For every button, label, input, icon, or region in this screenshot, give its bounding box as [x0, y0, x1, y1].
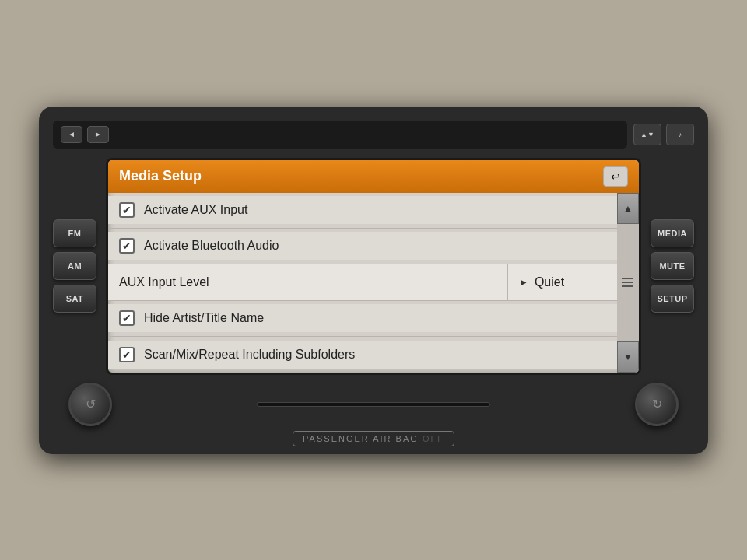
aux-input-label: Activate AUX Input	[144, 203, 247, 217]
play-triangle-icon: ►	[519, 277, 528, 288]
left-knob[interactable]: ↺	[68, 383, 112, 426]
right-buttons: MEDIA MUTE SETUP	[651, 158, 694, 375]
music-button[interactable]: ♪	[666, 124, 694, 145]
knob-row: ↺ ↻	[53, 383, 694, 426]
bluetooth-audio-checkbox[interactable]: ✔	[119, 238, 135, 254]
menu-area: ✔ Activate AUX Input ✔ Activate Bluetoot…	[108, 193, 639, 373]
bluetooth-audio-label: Activate Bluetooth Audio	[144, 239, 279, 253]
screen: Media Setup ↩ ✔ Activate AUX Input	[106, 158, 641, 375]
next-button[interactable]: ►	[87, 126, 109, 143]
top-strip: ◄ ► ▲▼ ♪	[53, 121, 694, 149]
scrollbar: ▲ ▼	[617, 193, 639, 373]
list-item[interactable]: AUX Input Level ► Quiet	[108, 264, 617, 301]
cd-area: ◄ ►	[53, 121, 627, 149]
cd-slot	[257, 402, 490, 407]
screen-title: Media Setup	[119, 168, 202, 184]
aux-level-item: AUX Input Level ► Quiet	[108, 264, 617, 300]
aux-level-label: AUX Input Level	[119, 275, 209, 289]
hamburger-line	[622, 285, 633, 287]
mute-button[interactable]: MUTE	[651, 252, 694, 280]
aux-input-item[interactable]: ✔ Activate AUX Input	[108, 196, 617, 224]
right-knob[interactable]: ↻	[635, 383, 679, 426]
aux-level-value: Quiet	[535, 275, 564, 289]
menu-list: ✔ Activate AUX Input ✔ Activate Bluetoot…	[108, 193, 617, 373]
media-button[interactable]: MEDIA	[651, 219, 694, 247]
top-right-buttons: ▲▼ ♪	[633, 124, 694, 145]
airbag-status: OFF	[423, 434, 444, 443]
left-knob-icon: ↺	[86, 397, 96, 411]
list-item[interactable]: ✔ Activate AUX Input	[108, 193, 617, 229]
hamburger-line	[622, 278, 633, 279]
scroll-button[interactable]: ▲▼	[633, 124, 661, 145]
car-radio-panel: ◄ ► ▲▼ ♪ FM AM SAT Media Setup ↩	[39, 107, 708, 454]
scroll-down-button[interactable]: ▼	[617, 341, 639, 373]
scroll-up-button[interactable]: ▲	[617, 193, 639, 224]
fm-button[interactable]: FM	[53, 219, 96, 247]
left-buttons: FM AM SAT	[53, 158, 96, 375]
screen-header: Media Setup ↩	[108, 160, 639, 193]
main-row: FM AM SAT Media Setup ↩ ✔ Activate AUX I…	[53, 158, 694, 375]
right-knob-icon: ↻	[652, 397, 662, 411]
sat-button[interactable]: SAT	[53, 285, 96, 313]
hide-artist-item[interactable]: ✔ Hide Artist/Title Name	[108, 304, 617, 332]
list-item[interactable]: ✔ Hide Artist/Title Name	[108, 301, 617, 337]
list-item[interactable]: ✔ Scan/Mix/Repeat Including Subfolders	[108, 337, 617, 373]
setup-button[interactable]: SETUP	[651, 285, 694, 313]
hamburger-line	[622, 282, 633, 283]
bluetooth-audio-item[interactable]: ✔ Activate Bluetooth Audio	[108, 232, 617, 260]
aux-level-value-part[interactable]: ► Quiet	[508, 264, 617, 300]
airbag-label: PASSENGER AIR BAG OFF	[293, 431, 454, 446]
aux-level-label-part: AUX Input Level	[108, 264, 508, 300]
hide-artist-checkbox[interactable]: ✔	[119, 310, 135, 326]
aux-input-checkbox[interactable]: ✔	[119, 202, 135, 218]
scan-mix-label: Scan/Mix/Repeat Including Subfolders	[144, 348, 355, 362]
airbag-text: PASSENGER AIR BAG	[303, 434, 419, 443]
back-button[interactable]: ↩	[603, 166, 628, 187]
hamburger-icon	[622, 278, 633, 287]
prev-button[interactable]: ◄	[61, 126, 82, 143]
am-button[interactable]: AM	[53, 252, 96, 280]
scroll-middle	[617, 224, 639, 341]
scan-mix-checkbox[interactable]: ✔	[119, 347, 135, 362]
list-item[interactable]: ✔ Activate Bluetooth Audio	[108, 229, 617, 264]
hide-artist-label: Hide Artist/Title Name	[144, 311, 264, 325]
bottom-area: ↺ ↻ PASSENGER AIR BAG OFF	[53, 383, 694, 446]
scan-mix-item[interactable]: ✔ Scan/Mix/Repeat Including Subfolders	[108, 341, 617, 369]
